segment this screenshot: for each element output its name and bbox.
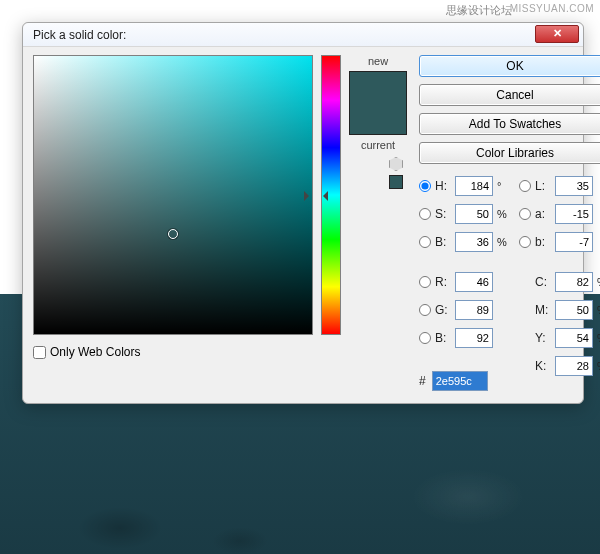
saturation-value-field[interactable]: [33, 55, 313, 335]
C-input[interactable]: [555, 272, 593, 292]
dialog-title: Pick a solid color:: [33, 28, 126, 42]
r-input[interactable]: [455, 272, 493, 292]
watermark-en: .MISSYUAN.COM: [506, 3, 594, 14]
s-input[interactable]: [455, 204, 493, 224]
M-row: M:%: [519, 299, 600, 321]
lab-cmyk-column: L: a: b: C:% M:% Y:% K:%: [519, 175, 600, 391]
bv-row: B:%: [419, 231, 511, 253]
current-color-swatch: [350, 103, 406, 134]
current-label: current: [361, 139, 395, 151]
ok-button[interactable]: OK: [419, 55, 600, 77]
h-radio[interactable]: [419, 180, 431, 192]
r-radio[interactable]: [419, 276, 431, 288]
color-libraries-button[interactable]: Color Libraries: [419, 142, 600, 164]
b-row: B:: [419, 327, 511, 349]
L-row: L:: [519, 175, 600, 197]
bv-input[interactable]: [455, 232, 493, 252]
hex-input[interactable]: [432, 371, 488, 391]
color-swatch-compare[interactable]: [349, 71, 407, 135]
h-input[interactable]: [455, 176, 493, 196]
M-input[interactable]: [555, 300, 593, 320]
a-row: a:: [519, 203, 600, 225]
L-radio[interactable]: [519, 180, 531, 192]
lb-row: b:: [519, 231, 600, 253]
color-picker-dialog: Pick a solid color: ✕ Only Web Colors ne…: [22, 22, 584, 404]
sv-cursor-icon: [168, 229, 178, 239]
cancel-button[interactable]: Cancel: [419, 84, 600, 106]
watermark-cn: 思缘设计论坛: [446, 3, 512, 18]
K-input[interactable]: [555, 356, 593, 376]
g-row: G:: [419, 299, 511, 321]
only-web-colors-input[interactable]: [33, 346, 46, 359]
b-input[interactable]: [455, 328, 493, 348]
titlebar[interactable]: Pick a solid color: ✕: [23, 23, 583, 47]
add-to-swatches-button[interactable]: Add To Swatches: [419, 113, 600, 135]
new-label: new: [368, 55, 388, 67]
hue-arrows-icon: [316, 189, 326, 201]
only-web-colors-label: Only Web Colors: [50, 345, 140, 359]
only-web-colors-checkbox[interactable]: Only Web Colors: [33, 345, 341, 359]
Y-row: Y:%: [519, 327, 600, 349]
g-radio[interactable]: [419, 304, 431, 316]
C-row: C:%: [519, 271, 600, 293]
lb-radio[interactable]: [519, 236, 531, 248]
K-row: K:%: [519, 355, 600, 377]
gamut-warning-icon[interactable]: [389, 157, 403, 171]
bv-radio[interactable]: [419, 236, 431, 248]
hsb-rgb-column: H:° S:% B:% R: G: B: #: [419, 175, 511, 391]
close-button[interactable]: ✕: [535, 25, 579, 43]
s-radio[interactable]: [419, 208, 431, 220]
web-safe-swatch[interactable]: [389, 175, 403, 189]
L-input[interactable]: [555, 176, 593, 196]
b-radio[interactable]: [419, 332, 431, 344]
s-row: S:%: [419, 203, 511, 225]
h-row: H:°: [419, 175, 511, 197]
hex-row: #: [419, 371, 511, 391]
a-radio[interactable]: [519, 208, 531, 220]
Y-input[interactable]: [555, 328, 593, 348]
hex-label: #: [419, 374, 426, 388]
new-color-swatch: [350, 72, 406, 103]
lb-input[interactable]: [555, 232, 593, 252]
r-row: R:: [419, 271, 511, 293]
a-input[interactable]: [555, 204, 593, 224]
g-input[interactable]: [455, 300, 493, 320]
